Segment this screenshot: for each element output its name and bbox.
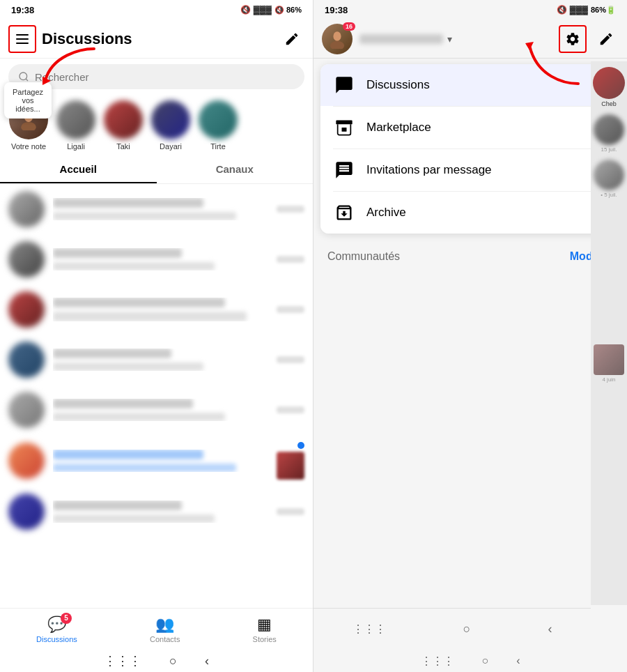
search-bar[interactable]: [8, 64, 304, 89]
right-sidebar-preview: Cheb 15 juil. • 5 juil. 4 juin: [591, 61, 627, 605]
right-gesture-left: ⋮⋮⋮: [421, 655, 454, 668]
left-status-icons: 🔇 ▓▓▓ 🔇 86%: [240, 5, 302, 15]
profile-avatar-wrap[interactable]: 16: [322, 24, 353, 54]
menu-item-marketplace[interactable]: Marketplace: [320, 107, 620, 148]
cheb-label: Cheb: [601, 100, 617, 107]
story-label-3: Dayari: [160, 142, 182, 151]
conv-avatar-6: [8, 443, 45, 479]
gesture-back-icon: ‹: [205, 654, 209, 669]
conv-item-6[interactable]: [0, 435, 313, 487]
menu-item-invitations[interactable]: Invitations par message: [320, 149, 620, 191]
conv-time-3: [277, 306, 304, 313]
settings-button[interactable]: [559, 25, 587, 53]
right-conv-time-3: 4 juin: [602, 376, 615, 383]
right-conv-time-2: • 5 juil.: [601, 192, 617, 198]
right-phone-panel: 19:38 🔇 ▓▓▓ 86%🔋 16 ▾: [314, 0, 627, 672]
conv-item-5[interactable]: [0, 385, 313, 435]
conv-item-2[interactable]: [0, 234, 313, 284]
search-icon: [18, 71, 29, 82]
conv-meta-7: [277, 508, 304, 515]
tab-accueil[interactable]: Accueil: [0, 156, 157, 183]
left-bottom-nav: 💬 5 Discussions 👥 Contacts ▦ Stories: [0, 608, 313, 650]
menu-item-discussions[interactable]: Discussions 5: [320, 64, 620, 106]
conv-meta-5: [277, 406, 304, 413]
menu-label-invitations: Invitations par message: [366, 163, 607, 177]
chevron-down-icon: ▾: [447, 33, 452, 45]
search-input[interactable]: [35, 71, 295, 83]
discussions-nav-label: Discussions: [36, 635, 77, 643]
stories-icon: ▦: [257, 616, 272, 634]
conv-item-1[interactable]: [0, 184, 313, 234]
story-label-2: Taki: [116, 142, 130, 151]
discussions-menu-icon: [333, 74, 355, 96]
communities-section: Communautés Modifier: [314, 239, 627, 268]
menu-item-archive[interactable]: Archive: [320, 192, 620, 234]
left-app-header: Discussions: [0, 20, 313, 59]
conv-avatar-5: [8, 392, 45, 428]
hamburger-icon: [16, 34, 29, 44]
right-app-header: 16 ▾: [314, 20, 627, 59]
conv-thumb-6: [277, 452, 304, 480]
gesture-bars-icon: ⋮⋮⋮: [104, 653, 141, 669]
conv-name-4: [53, 349, 171, 358]
story-avatar-3: [151, 100, 190, 139]
contacts-nav-label: Contacts: [150, 635, 180, 643]
stories-nav-label: Stories: [253, 635, 277, 643]
menu-label-archive: Archive: [366, 206, 607, 220]
tabs-row: Accueil Canaux: [0, 156, 313, 184]
nav-stories[interactable]: ▦ Stories: [253, 616, 277, 643]
conv-info-1: [53, 198, 268, 220]
conv-avatar-1: [8, 191, 45, 227]
conv-msg-2: [53, 262, 215, 270]
conv-item-4[interactable]: [0, 335, 313, 385]
story-item-4[interactable]: Tirte: [198, 100, 238, 151]
right-home-circle: ○: [463, 622, 471, 636]
right-back-chevron: ‹: [548, 622, 552, 636]
story-item-2[interactable]: Taki: [103, 100, 144, 151]
conv-meta-4: [277, 356, 304, 363]
conv-info-5: [53, 399, 268, 421]
right-status-bar: 19:38 🔇 ▓▓▓ 86%🔋: [314, 0, 627, 20]
story-item-1[interactable]: Ligali: [56, 100, 96, 151]
nav-contacts[interactable]: 👥 Contacts: [150, 616, 180, 643]
conv-avatar-2: [8, 241, 45, 277]
nav-discussions[interactable]: 💬 5 Discussions: [36, 616, 77, 643]
conv-meta-6: [277, 442, 304, 480]
conv-avatar-7: [8, 494, 45, 530]
right-bottom-nav: ⋮⋮⋮ ○ ‹: [314, 608, 591, 650]
conv-meta-2: [277, 256, 304, 263]
conv-msg-1: [53, 212, 236, 220]
app-title: Discussions: [42, 30, 274, 48]
story-item-3[interactable]: Dayari: [150, 100, 191, 151]
conversation-list: [0, 184, 313, 608]
svg-point-4: [21, 122, 36, 130]
gesture-home-icon: ○: [169, 654, 177, 669]
svg-rect-9: [342, 128, 347, 132]
invitations-menu-icon: [333, 159, 355, 181]
right-edit-button[interactable]: [594, 26, 619, 52]
conv-item-7[interactable]: [0, 487, 313, 537]
profile-name-area[interactable]: ▾: [359, 33, 552, 45]
conv-info-2: [53, 248, 268, 270]
tooltip-bubble: Partagez vos idées...: [4, 82, 52, 119]
right-thumb-image: [594, 344, 624, 375]
contacts-icon: 👥: [155, 616, 174, 634]
conv-item-3[interactable]: [0, 284, 313, 335]
hamburger-menu-button[interactable]: [8, 25, 36, 53]
conv-name-3: [53, 298, 225, 307]
archive-menu-icon: [333, 201, 355, 224]
discussions-badge: 5: [61, 613, 72, 624]
tab-canaux[interactable]: Canaux: [157, 156, 314, 183]
conv-time-5: [277, 406, 304, 413]
conv-avatar-3: [8, 291, 45, 328]
left-edit-button[interactable]: [279, 26, 304, 52]
left-time: 19:38: [11, 5, 34, 15]
story-avatar-2: [104, 100, 143, 139]
story-label-1: Ligali: [67, 142, 85, 151]
right-conv-time-1: 15 juil.: [601, 146, 617, 153]
conv-avatar-4: [8, 342, 45, 378]
conv-name-7: [53, 501, 182, 510]
conv-time-1: [277, 206, 304, 213]
right-gesture-back: ‹: [516, 655, 520, 667]
story-label-4: Tirte: [210, 142, 226, 151]
